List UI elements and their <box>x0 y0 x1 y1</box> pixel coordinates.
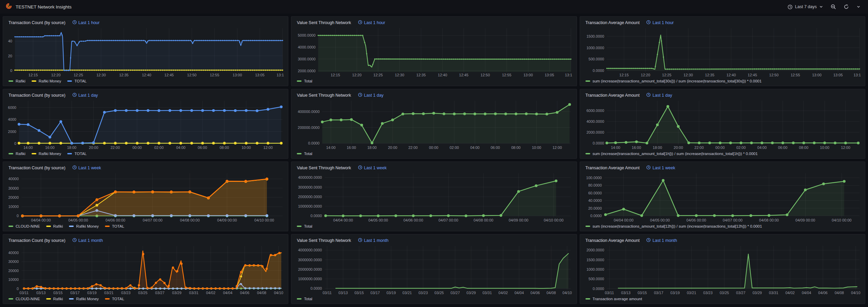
panel-header[interactable]: Transaction Average Amount Last 1 hour <box>583 18 862 27</box>
legend-item[interactable]: CLOUD-NINE <box>8 224 40 228</box>
time-series-chart[interactable]: 12:1512:2012:2512:3012:3512:4012:4512:50… <box>6 27 285 78</box>
grafana-logo[interactable] <box>5 3 12 11</box>
svg-text:1000000.0000: 1000000.0000 <box>298 204 322 208</box>
time-series-chart[interactable]: 04/04 00:0004/05 00:0004/06 00:0004/07 0… <box>294 172 574 223</box>
panel-header[interactable]: Value Sent Through Network Last 1 month <box>294 236 574 245</box>
panel-time-link[interactable]: Last 1 month <box>72 238 103 243</box>
time-series-chart[interactable]: 04/04 00:0004/05 00:0004/06 00:0004/07 0… <box>583 172 862 223</box>
legend-label: Rafiki Money <box>39 79 61 83</box>
legend-item[interactable]: Total <box>297 79 312 83</box>
panel-time-link[interactable]: Last 1 hour <box>646 20 674 25</box>
clock-icon <box>646 93 651 98</box>
panel-time-link[interactable]: Last 1 day <box>358 93 384 98</box>
panel-time-link[interactable]: Last 1 week <box>72 165 101 171</box>
svg-text:0.0000: 0.0000 <box>593 69 604 73</box>
panel-header[interactable]: Transaction Count (by source) Last 1 day <box>6 91 285 99</box>
svg-text:04/06: 04/06 <box>818 291 828 295</box>
svg-text:12:30: 12:30 <box>96 73 106 77</box>
clock-icon <box>72 165 77 171</box>
time-series-chart[interactable]: 03/1103/1303/1503/1703/1903/2103/2303/25… <box>583 245 862 295</box>
svg-text:04/08: 04/08 <box>257 291 267 295</box>
svg-text:0: 0 <box>17 214 19 218</box>
legend-item[interactable]: Rafiki Money <box>69 224 98 228</box>
panel-header[interactable]: Value Sent Through Network Last 1 week <box>294 163 574 172</box>
panel-header[interactable]: Transaction Count (by source) Last 1 hou… <box>6 18 285 27</box>
svg-text:1000.0000: 1000.0000 <box>586 267 604 271</box>
legend-item[interactable]: TOTAL <box>105 297 124 301</box>
time-series-chart[interactable]: 03/1103/1303/1503/1703/1903/2103/2303/25… <box>6 245 285 295</box>
panel-time-link-label: Last 1 day <box>78 93 98 98</box>
panel-legend: Total <box>294 78 574 84</box>
time-series-chart[interactable]: 14:0016:0018:0020:0022:0000:0002:0004:00… <box>6 99 285 150</box>
svg-text:04/02: 04/02 <box>499 291 508 295</box>
legend-color-swatch <box>585 226 590 227</box>
legend-item[interactable]: CLOUD-NINE <box>8 297 40 301</box>
svg-text:03/31: 03/31 <box>483 291 492 295</box>
panel-time-link[interactable]: Last 1 day <box>72 93 98 98</box>
panel-time-link[interactable]: Last 1 month <box>358 238 388 243</box>
legend-item[interactable]: TOTAL <box>105 224 124 228</box>
legend-item[interactable]: Rafiki <box>46 224 63 228</box>
legend-color-swatch <box>297 153 302 154</box>
legend-item[interactable]: Transaction average amount <box>585 297 642 301</box>
legend-item[interactable]: Rafiki <box>8 79 25 83</box>
svg-text:0.0000: 0.0000 <box>590 214 602 218</box>
time-range-picker[interactable]: Last 7 days <box>785 3 825 11</box>
svg-text:20: 20 <box>8 54 12 58</box>
time-series-chart[interactable]: 04/04 00:0004/05 00:0004/06 00:0004/07 0… <box>6 172 285 223</box>
clock-icon <box>358 20 362 25</box>
svg-text:13:00: 13:00 <box>524 73 533 77</box>
legend-item[interactable]: TOTAL <box>67 79 87 83</box>
legend-color-swatch <box>585 153 590 154</box>
legend-item[interactable]: Total <box>297 297 312 301</box>
legend-item[interactable]: Total <box>297 224 312 228</box>
panel-time-link-label: Last 1 hour <box>78 20 100 25</box>
legend-item[interactable]: Rafiki <box>8 152 25 156</box>
svg-text:04/06 00:00: 04/06 00:00 <box>403 218 423 222</box>
refresh-interval-dropdown[interactable] <box>854 3 863 10</box>
panel-header[interactable]: Value Sent Through Network Last 1 hour <box>294 18 574 27</box>
svg-text:20:00: 20:00 <box>388 146 398 150</box>
panel-header[interactable]: Value Sent Through Network Last 1 day <box>294 91 574 99</box>
legend-item[interactable]: TOTAL <box>67 152 87 156</box>
refresh-button[interactable] <box>842 3 851 11</box>
legend-item[interactable]: sum (increase(transactions_amount_total[… <box>585 152 758 156</box>
zoom-out-button[interactable] <box>829 3 838 11</box>
panel-header[interactable]: Transaction Average Amount Last 1 day <box>583 91 862 99</box>
legend-item[interactable]: Rafiki Money <box>32 79 61 83</box>
time-series-chart[interactable]: 12:1512:2012:2512:3012:3512:4012:4512:50… <box>583 27 862 78</box>
legend-item[interactable]: Rafiki Money <box>32 152 61 156</box>
panel-header[interactable]: Transaction Count (by source) Last 1 wee… <box>6 163 285 172</box>
svg-text:04/04 00:00: 04/04 00:00 <box>333 218 353 222</box>
time-series-chart[interactable]: 12:1512:2012:2512:3012:3512:4012:4512:50… <box>294 27 574 78</box>
legend-item[interactable]: Total <box>297 152 312 156</box>
panel-time-link[interactable]: Last 1 month <box>646 238 677 243</box>
legend-item[interactable]: sum (increase(transactions_amount_total[… <box>585 224 762 228</box>
time-series-chart[interactable]: 14:0016:0018:0020:0022:0000:0002:0004:00… <box>294 99 574 150</box>
panel-time-link[interactable]: Last 1 week <box>646 165 675 171</box>
time-series-chart[interactable]: 14:0016:0018:0020:0022:0000:0002:0004:00… <box>583 99 862 150</box>
panel-title: Transaction Count (by source) <box>8 20 66 25</box>
time-range-label: Last 7 days <box>795 4 817 9</box>
panel: Transaction Count (by source) Last 1 wee… <box>3 161 288 231</box>
panel: Value Sent Through Network Last 1 week 0… <box>291 161 577 231</box>
panel-time-link[interactable]: Last 1 day <box>646 93 672 98</box>
panel-time-link-label: Last 1 week <box>652 166 675 170</box>
panel-time-link[interactable]: Last 1 hour <box>358 20 385 25</box>
time-series-chart[interactable]: 03/1103/1303/1503/1703/1903/2103/2303/25… <box>294 245 574 295</box>
legend-item[interactable]: Rafiki <box>46 297 63 301</box>
svg-text:10000: 10000 <box>8 277 19 282</box>
legend-item[interactable]: sum (increase(transactions_amount_total[… <box>585 79 762 83</box>
panel-time-link[interactable]: Last 1 week <box>358 165 387 171</box>
legend-item[interactable]: Rafiki Money <box>69 297 98 301</box>
svg-text:13:05: 13:05 <box>255 73 265 77</box>
panel-header[interactable]: Transaction Average Amount Last 1 week <box>583 163 862 172</box>
panel-header[interactable]: Transaction Average Amount Last 1 month <box>583 236 862 245</box>
panel-header[interactable]: Transaction Count (by source) Last 1 mon… <box>6 236 285 245</box>
svg-text:12:15: 12:15 <box>619 73 629 77</box>
legend-color-swatch <box>297 80 302 82</box>
chart-area: 04/04 00:0004/05 00:0004/06 00:0004/07 0… <box>583 172 862 223</box>
panel-time-link[interactable]: Last 1 hour <box>72 20 100 25</box>
chevron-down-icon <box>856 5 861 9</box>
panel-title: Value Sent Through Network <box>297 20 351 25</box>
